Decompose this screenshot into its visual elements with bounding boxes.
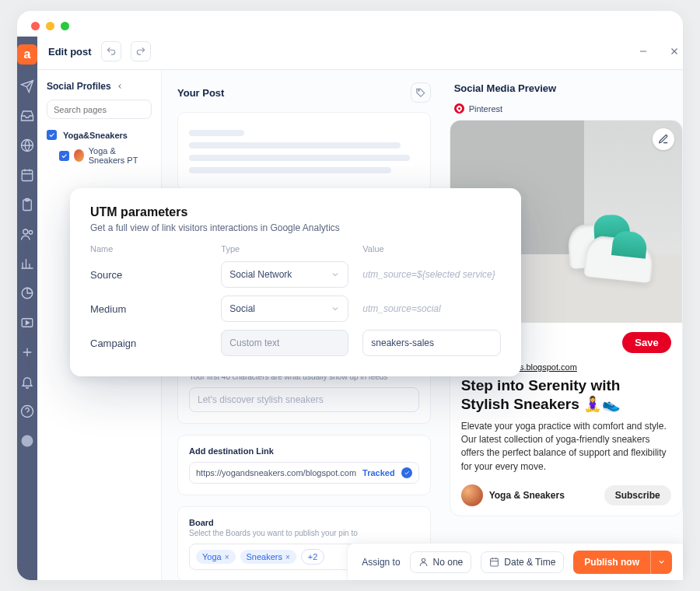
chevron-down-icon xyxy=(331,304,340,313)
nav-media-icon[interactable] xyxy=(19,315,35,330)
checkbox-checked-icon[interactable] xyxy=(47,130,57,140)
profiles-search[interactable] xyxy=(47,100,152,119)
nav-user-avatar[interactable] xyxy=(19,433,35,449)
board-chip[interactable]: Yoga× xyxy=(196,550,236,564)
profiles-heading-label: Social Profiles xyxy=(47,81,111,92)
nav-add-icon[interactable] xyxy=(19,344,35,360)
app-logo[interactable]: a xyxy=(17,44,37,65)
utm-row-campaign-name: Campaign xyxy=(90,337,207,349)
editor-toolbar: Edit post xyxy=(37,37,683,70)
chevron-down-icon xyxy=(657,558,666,566)
minimize-window-dot[interactable] xyxy=(46,22,54,30)
nav-calendar-icon[interactable] xyxy=(19,167,35,183)
preview-title: Step into Serenity with Stylish Sneakers… xyxy=(461,376,671,414)
nav-dashboard-icon[interactable] xyxy=(19,285,35,301)
utm-parameters-modal: UTM parameters Get a full view of link v… xyxy=(70,188,521,376)
user-icon xyxy=(418,557,429,567)
nav-send-icon[interactable] xyxy=(19,79,35,94)
nav-help-icon[interactable] xyxy=(19,404,35,419)
zoom-window-dot[interactable] xyxy=(61,22,69,30)
preview-description: Elevate your yoga practice with comfort … xyxy=(461,420,671,474)
svg-point-5 xyxy=(29,231,33,235)
nav-clipboard-icon[interactable] xyxy=(19,197,35,212)
profiles-heading[interactable]: Social Profiles xyxy=(47,81,152,92)
publish-dropdown[interactable] xyxy=(650,551,672,574)
svg-rect-13 xyxy=(491,558,499,566)
profile-label: Yoga&Sneakers xyxy=(63,131,128,140)
remove-icon[interactable]: × xyxy=(285,553,290,561)
utm-row-source-value: utm_source=${selected service} xyxy=(362,269,501,280)
nav-globe-icon[interactable] xyxy=(19,138,35,153)
field-label: Add destination Link xyxy=(189,446,419,456)
assignee-value: No one xyxy=(433,557,464,568)
save-button[interactable]: Save xyxy=(622,332,670,353)
tag-button[interactable] xyxy=(411,82,431,103)
profile-avatar xyxy=(74,149,84,162)
minimize-icon[interactable] xyxy=(638,46,649,57)
profile-item-child[interactable]: Yoga & Sneakers PT xyxy=(59,146,152,165)
utm-col-name: Name xyxy=(90,244,207,254)
nav-rail: a xyxy=(17,37,37,580)
mac-traffic-lights xyxy=(17,11,683,37)
utm-modal-title: UTM parameters xyxy=(90,205,501,219)
post-skeleton-card xyxy=(177,112,431,191)
svg-rect-1 xyxy=(22,170,33,181)
field-help: Select the Boards you want to publish yo… xyxy=(189,529,419,537)
svg-point-9 xyxy=(22,435,33,447)
toolbar-title: Edit post xyxy=(48,46,92,58)
publish-bar: Assign to No one Date & Time Publish now xyxy=(347,543,683,580)
datetime-picker[interactable]: Date & Time xyxy=(481,551,564,573)
editor-heading: Your Post xyxy=(177,87,224,99)
destination-link-input[interactable]: https://yogandsneakers.com/blogspot.com … xyxy=(189,462,419,484)
board-more-chip[interactable]: +2 xyxy=(301,549,325,565)
undo-button[interactable] xyxy=(101,41,121,61)
datetime-label: Date & Time xyxy=(504,557,555,568)
utm-row-medium-type-select[interactable]: Social xyxy=(221,296,348,322)
svg-point-12 xyxy=(422,558,425,561)
pinterest-icon xyxy=(454,103,464,114)
nav-users-icon[interactable] xyxy=(19,226,35,242)
search-input[interactable] xyxy=(54,105,161,114)
calendar-icon xyxy=(489,557,499,567)
utm-row-campaign-type[interactable]: Custom text xyxy=(221,330,348,356)
nav-bell-icon[interactable] xyxy=(19,374,35,390)
checkbox-checked-icon[interactable] xyxy=(59,151,69,161)
utm-row-campaign-value-input[interactable]: sneakers-sales xyxy=(362,330,501,356)
app-window: a Edit post xyxy=(17,11,683,580)
profile-label: Yoga & Sneakers PT xyxy=(89,146,152,165)
nav-inbox-icon[interactable] xyxy=(19,108,35,124)
utm-row-source-type-select[interactable]: Social Network xyxy=(221,261,348,288)
check-icon xyxy=(401,467,412,478)
subscribe-button[interactable]: Subscribe xyxy=(604,485,671,505)
utm-modal-subtitle: Get a full view of link visitors interac… xyxy=(90,222,501,233)
svg-point-11 xyxy=(418,90,419,92)
svg-point-4 xyxy=(23,229,28,234)
title-input[interactable]: Let's discover stylish sneakers xyxy=(189,387,419,412)
close-window-dot[interactable] xyxy=(31,22,40,30)
assign-label: Assign to xyxy=(362,557,400,568)
tracked-badge: Tracked xyxy=(362,468,395,477)
remove-icon[interactable]: × xyxy=(225,553,229,561)
author-name: Yoga & Sneakers xyxy=(489,490,565,501)
preview-network: Pinterest xyxy=(469,104,502,114)
author-avatar xyxy=(461,484,483,506)
utm-row-medium-value: utm_source=social xyxy=(362,303,501,314)
publish-button-group: Publish now xyxy=(573,551,672,574)
publish-now-button[interactable]: Publish now xyxy=(573,551,650,574)
destination-link-value: https://yogandsneakers.com/blogspot.com xyxy=(196,468,356,477)
close-icon[interactable] xyxy=(669,46,680,57)
profile-item[interactable]: Yoga&Sneakers xyxy=(47,130,152,140)
utm-row-source-name: Source xyxy=(90,269,207,281)
nav-analytics-icon[interactable] xyxy=(19,256,35,271)
preview-heading: Social Media Preview xyxy=(454,82,681,94)
redo-button[interactable] xyxy=(131,41,151,61)
field-label: Board xyxy=(189,518,419,527)
board-chip[interactable]: Sneakers× xyxy=(240,550,296,564)
utm-col-type: Type xyxy=(221,244,348,254)
edit-image-button[interactable] xyxy=(653,128,674,150)
utm-row-medium-name: Medium xyxy=(90,303,207,315)
destination-link-card: Add destination Link https://yogandsneak… xyxy=(177,435,431,495)
chevron-left-icon xyxy=(116,82,124,90)
assignee-picker[interactable]: No one xyxy=(410,551,472,573)
chevron-down-icon xyxy=(331,270,340,279)
